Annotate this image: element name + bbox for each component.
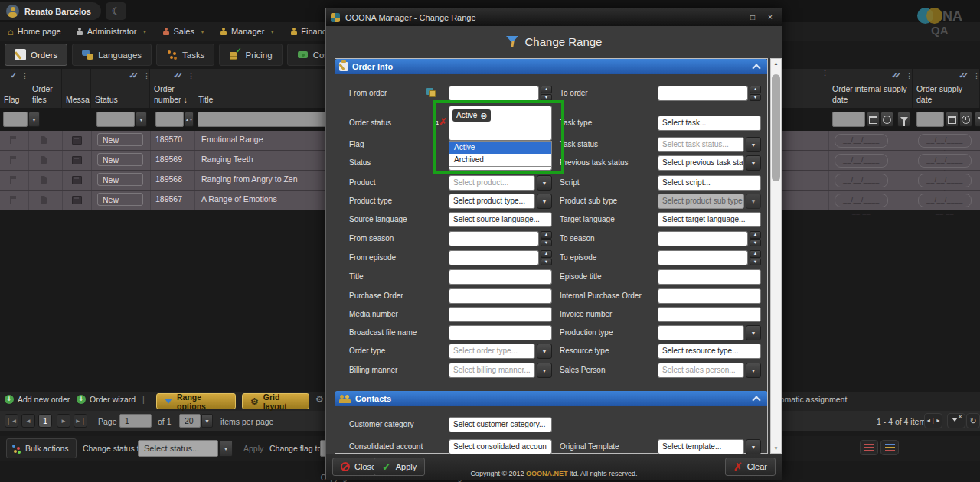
field-input[interactable]: Select source language... [449, 212, 552, 227]
internal-supply-calendar-button[interactable] [867, 112, 880, 127]
contacts-section-header[interactable]: Contacts [335, 391, 767, 406]
field-title[interactable] [449, 269, 552, 285]
menu-item-manager[interactable]: Manager▼ [220, 27, 275, 36]
list-mixed-button[interactable] [880, 440, 899, 455]
field-to-order[interactable]: ▲▼ [658, 86, 761, 101]
order-files-icon[interactable] [41, 196, 47, 204]
column-menu-icon[interactable]: ⋮ [906, 74, 909, 77]
chevron-down-icon[interactable]: ▼ [746, 325, 761, 340]
field-input[interactable]: Select billing manner... [449, 363, 535, 378]
spinner-buttons[interactable]: ▲▼ [750, 250, 761, 265]
field-input[interactable]: Select script... [658, 175, 761, 191]
internal-supply-date-input[interactable] [832, 112, 865, 127]
next-page-button[interactable]: ► [57, 414, 70, 428]
last-page-button[interactable]: ►❘ [74, 414, 87, 428]
field-input[interactable]: Select task status... [658, 137, 744, 152]
supply-date-input[interactable] [916, 112, 944, 127]
chevron-down-icon[interactable]: ▼ [746, 137, 761, 152]
messages-icon[interactable] [72, 176, 82, 184]
field-input[interactable]: Select template... [658, 439, 744, 454]
field-from-episode[interactable]: ▲▼ [449, 250, 552, 265]
status-filter-arrow[interactable]: ▼ [136, 112, 147, 127]
spin-up-icon[interactable]: ▲ [750, 86, 761, 93]
field-input[interactable]: Select product type... [449, 194, 535, 209]
first-page-button[interactable]: ❘◄ [5, 414, 18, 428]
field-broadcast-file-name[interactable] [449, 325, 552, 340]
page-size-value[interactable]: 20 [179, 414, 201, 428]
remove-tag-icon[interactable]: ⊗ [480, 112, 487, 120]
spinner-buttons[interactable]: ▲▼ [541, 250, 552, 265]
field-product-sub-type[interactable]: Select product sub type...▼ [658, 194, 761, 209]
bulk-actions-button[interactable]: Bulk actions [6, 438, 77, 458]
spinner-buttons[interactable]: ▲▼ [541, 231, 552, 246]
chevron-down-icon[interactable]: ▼ [537, 175, 552, 191]
field-script[interactable]: Select script... [658, 175, 761, 191]
menu-item-home-page[interactable]: ⌂Home page [8, 27, 61, 36]
column-header-messages[interactable]: Messa [62, 69, 91, 108]
field-input[interactable] [658, 86, 748, 101]
field-from-order[interactable]: ▲▼ [449, 86, 552, 101]
column-menu-icon[interactable]: ⋮ [21, 74, 24, 77]
dialog-scrollbar[interactable]: ▲ ▼ [770, 58, 782, 454]
field-from-season[interactable]: ▲▼ [449, 231, 552, 246]
field-media-number[interactable] [449, 307, 552, 322]
dialog-titlebar[interactable]: OOONA Manager - Change Range – □ × [326, 8, 782, 26]
spin-down-icon[interactable]: ▼ [541, 239, 552, 247]
field-internal-purchase-order[interactable] [658, 288, 761, 304]
field-production-type[interactable]: ▼ [658, 325, 761, 340]
double-check-icon[interactable]: ✓ [11, 71, 17, 80]
dropdown-option-active[interactable]: Active [449, 142, 551, 154]
double-check-icon[interactable]: ✓✓ [891, 71, 901, 80]
chevron-down-icon[interactable]: ▼ [537, 344, 552, 359]
spinner-buttons[interactable]: ▲▼ [750, 231, 761, 246]
column-header-number[interactable]: Order number ↓✓✓⋮ [150, 69, 194, 108]
field-target-language[interactable]: Select target language... [658, 212, 761, 227]
double-check-icon[interactable]: ✓✓ [959, 71, 969, 80]
field-input[interactable] [449, 307, 552, 322]
field-input[interactable]: Select sales person... [658, 363, 744, 378]
field-task-type[interactable]: Select task... [658, 116, 761, 131]
column-header-files[interactable]: Order files [28, 69, 62, 108]
field-product-type[interactable]: Select product type...▼ [449, 194, 552, 209]
grid-layout-button[interactable]: ⚙ Grid layout [242, 393, 309, 409]
field-input[interactable] [449, 325, 552, 340]
field-input[interactable] [449, 250, 539, 265]
field-input[interactable]: Select product... [449, 175, 535, 191]
field-to-season[interactable]: ▲▼ [658, 231, 761, 246]
status-tag[interactable]: Active ⊗ [452, 109, 491, 122]
messages-icon[interactable] [72, 156, 82, 164]
field-input[interactable] [658, 231, 748, 246]
field-original-template[interactable]: Select template...▼ [658, 439, 761, 454]
spin-up-icon[interactable]: ▲ [750, 250, 761, 258]
field-order-type[interactable]: Select order type...▼ [449, 344, 552, 359]
spin-up-icon[interactable]: ▲ [541, 250, 552, 258]
page-number-input[interactable]: 1 [119, 414, 152, 428]
field-previous-task-status[interactable]: Select previous task sta...▼ [658, 155, 761, 171]
field-task-status[interactable]: Select task status...▼ [658, 137, 761, 152]
close-window-button[interactable]: × [764, 13, 776, 21]
internal-supply-filter-button[interactable] [897, 112, 910, 127]
collapse-chevron-icon[interactable] [752, 396, 760, 404]
range-options-button[interactable]: Range options [156, 393, 236, 409]
spin-down-icon[interactable]: ▼ [541, 259, 552, 266]
user-chip[interactable]: Renato Barcelos [0, 2, 101, 20]
spin-down-icon[interactable]: ▼ [750, 94, 761, 102]
tab-pricing[interactable]: Pricing [219, 44, 282, 66]
supply-clock-button[interactable] [959, 112, 972, 127]
field-episode-title[interactable] [658, 269, 761, 285]
number-filter-spinner[interactable]: ▲▼ [185, 112, 194, 127]
field-input[interactable] [449, 231, 539, 246]
spinner-buttons[interactable]: ▲▼ [750, 86, 761, 101]
spinner-buttons[interactable]: ▲▼ [541, 86, 552, 101]
order-files-icon[interactable] [41, 156, 47, 164]
field-sales-person[interactable]: Select sales person...▼ [658, 363, 761, 378]
maximize-button[interactable]: □ [746, 13, 759, 21]
internal-supply-clock-button[interactable] [880, 112, 893, 127]
field-resource-type[interactable]: Select resource type... [658, 344, 761, 359]
tab-tasks[interactable]: Tasks [156, 44, 214, 66]
clear-filters-button[interactable] [947, 413, 965, 428]
double-check-icon[interactable]: ✓✓ [173, 71, 183, 80]
order-info-section-header[interactable]: Order Info [335, 59, 767, 74]
bulk-apply-button[interactable]: Apply [243, 444, 263, 453]
order-status-multiselect[interactable]: Active ⊗ [449, 106, 552, 141]
